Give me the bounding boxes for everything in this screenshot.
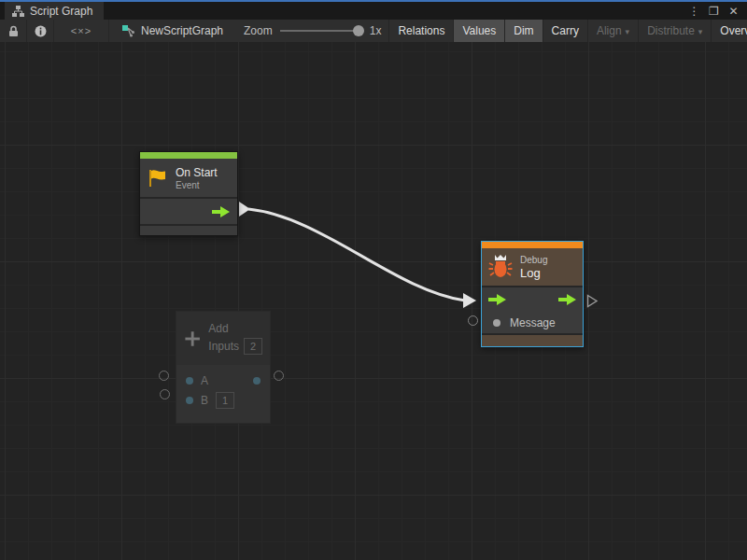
- info-icon: [35, 25, 47, 37]
- overview-button[interactable]: Overview: [711, 20, 747, 42]
- node-add-dimmed[interactable]: Add Inputs 2 A B 1: [176, 311, 271, 424]
- debug-log-message-row: Message: [482, 312, 583, 333]
- window-controls: ⋮ ❐ ✕: [686, 2, 747, 20]
- zoom-slider-handle[interactable]: [353, 25, 364, 36]
- on-start-footer: [140, 226, 237, 235]
- on-start-header: On Start Event: [140, 159, 237, 197]
- code-icon: <×>: [71, 25, 92, 36]
- value-input-port-a[interactable]: [186, 377, 193, 385]
- port-b-label: B: [201, 394, 208, 407]
- close-icon[interactable]: ✕: [726, 3, 741, 19]
- add-inputs-label: Inputs: [208, 340, 239, 353]
- zoom-value: 1x: [370, 24, 382, 37]
- node-on-start[interactable]: On Start Event: [139, 151, 238, 236]
- info-button[interactable]: [27, 20, 54, 42]
- relations-button[interactable]: Relations: [388, 20, 453, 42]
- values-label: Values: [462, 24, 496, 37]
- align-button[interactable]: Align ▾: [587, 20, 638, 42]
- debug-log-flow-row: [482, 287, 583, 312]
- zoom-slider[interactable]: [280, 30, 362, 32]
- debug-log-title: Log: [520, 266, 547, 280]
- tab-bar: Script Graph ⋮ ❐ ✕: [0, 2, 747, 20]
- add-input-b-unconnected-port[interactable]: [160, 389, 170, 399]
- chevron-down-icon: ▾: [626, 27, 630, 36]
- distribute-button[interactable]: Distribute ▾: [638, 20, 711, 42]
- wire-arrowhead: [463, 293, 476, 308]
- on-start-subtitle: Event: [176, 180, 218, 190]
- graph-hierarchy-icon: [12, 6, 24, 17]
- plus-icon: [184, 327, 201, 351]
- relations-label: Relations: [398, 24, 444, 37]
- distribute-label: Distribute: [647, 24, 695, 37]
- lock-button[interactable]: [0, 20, 27, 42]
- node-debug-log[interactable]: Debug Log Message: [481, 241, 584, 347]
- maximize-icon[interactable]: ❐: [706, 3, 722, 19]
- toolbar-buttons: Relations Values Dim Carry Align ▾ Distr…: [388, 20, 747, 42]
- add-input-a-unconnected-port[interactable]: [159, 371, 169, 381]
- debug-message-unconnected-port[interactable]: [468, 315, 478, 326]
- on-start-ports-row: [140, 199, 237, 224]
- wire-source-triangle: [239, 202, 250, 217]
- add-ports-body: A B 1: [176, 365, 270, 423]
- add-inputs-line: Inputs 2: [208, 338, 262, 355]
- zoom-control: Zoom 1x: [236, 20, 388, 42]
- overview-label: Overview: [720, 24, 747, 37]
- dim-label: Dim: [514, 24, 533, 37]
- carry-label: Carry: [552, 24, 579, 37]
- trigger-output-port[interactable]: [212, 206, 230, 217]
- value-output-port[interactable]: [253, 377, 261, 385]
- add-port-row-b: B 1: [176, 390, 270, 410]
- flag-icon: [146, 167, 168, 189]
- add-inputs-count-field[interactable]: 2: [244, 338, 262, 355]
- on-start-accent-strip: [140, 152, 237, 159]
- add-header: Add Inputs 2: [176, 312, 270, 365]
- window-menu-icon[interactable]: ⋮: [686, 3, 702, 19]
- values-button[interactable]: Values: [453, 20, 504, 42]
- zoom-label: Zoom: [244, 24, 273, 37]
- value-input-port-b[interactable]: [186, 397, 193, 404]
- graph-toolbar: <×> NewScriptGraph Zoom 1x Relations Val…: [0, 20, 747, 43]
- debug-log-header: Debug Log: [482, 248, 583, 286]
- port-b-value-field[interactable]: 1: [216, 392, 234, 409]
- lock-icon: [8, 25, 19, 37]
- tab-script-graph[interactable]: Script Graph: [5, 2, 104, 20]
- graph-canvas[interactable]: On Start Event: [0, 42, 747, 560]
- add-title: Add: [208, 322, 262, 335]
- on-start-titles: On Start Event: [176, 166, 218, 190]
- code-view-button[interactable]: <×>: [54, 20, 109, 42]
- chevron-down-icon: ▾: [698, 27, 703, 36]
- on-start-title: On Start: [176, 166, 218, 179]
- trigger-output-port[interactable]: [558, 294, 576, 305]
- add-output-unconnected-port[interactable]: [274, 371, 284, 381]
- connection-wire[interactable]: [0, 42, 747, 560]
- carry-button[interactable]: Carry: [543, 20, 587, 42]
- debug-output-unconnected-triangle[interactable]: [586, 294, 599, 308]
- add-port-row-a: A: [176, 371, 270, 390]
- trigger-input-port[interactable]: [488, 294, 506, 305]
- debug-log-category: Debug: [520, 255, 547, 265]
- add-titles: Add Inputs 2: [208, 322, 262, 355]
- script-graph-window: Script Graph ⋮ ❐ ✕ <×>: [0, 0, 747, 560]
- graph-name-group[interactable]: NewScriptGraph: [109, 20, 236, 42]
- script-graph-asset-icon: [122, 25, 135, 37]
- tab-title: Script Graph: [30, 5, 92, 18]
- graph-name-label: NewScriptGraph: [141, 24, 223, 37]
- align-label: Align: [597, 24, 622, 37]
- message-port-label: Message: [510, 316, 556, 329]
- debug-log-footer: [482, 335, 583, 346]
- debug-log-accent-strip: [482, 242, 583, 248]
- message-input-port[interactable]: [493, 319, 500, 327]
- dim-button[interactable]: Dim: [504, 20, 542, 42]
- port-a-label: A: [201, 374, 208, 387]
- debug-log-titles: Debug Log: [520, 255, 547, 280]
- bug-icon: [488, 254, 513, 280]
